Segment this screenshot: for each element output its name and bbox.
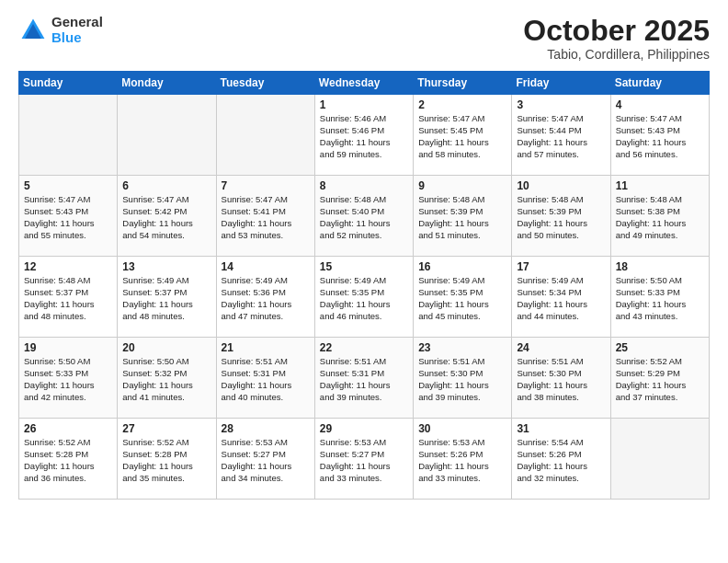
day-info: Sunrise: 5:49 AM Sunset: 5:35 PM Dayligh… bbox=[320, 275, 408, 322]
calendar-week-row: 1Sunrise: 5:46 AM Sunset: 5:46 PM Daylig… bbox=[19, 95, 710, 176]
logo-general-text: General bbox=[51, 14, 103, 29]
day-number: 19 bbox=[24, 341, 112, 354]
day-number: 21 bbox=[222, 341, 310, 354]
calendar-cell: 5Sunrise: 5:47 AM Sunset: 5:43 PM Daylig… bbox=[19, 176, 118, 257]
calendar-cell: 11Sunrise: 5:48 AM Sunset: 5:38 PM Dayli… bbox=[610, 176, 709, 257]
day-info: Sunrise: 5:48 AM Sunset: 5:39 PM Dayligh… bbox=[418, 194, 506, 241]
day-number: 7 bbox=[222, 179, 310, 192]
day-info: Sunrise: 5:46 AM Sunset: 5:46 PM Dayligh… bbox=[320, 113, 408, 160]
header: General Blue October 2025 Tabio, Cordill… bbox=[18, 15, 710, 62]
calendar-cell: 4Sunrise: 5:47 AM Sunset: 5:43 PM Daylig… bbox=[610, 95, 709, 176]
calendar-cell: 23Sunrise: 5:51 AM Sunset: 5:30 PM Dayli… bbox=[414, 338, 512, 419]
calendar-cell: 16Sunrise: 5:49 AM Sunset: 5:35 PM Dayli… bbox=[414, 257, 512, 338]
calendar-cell: 14Sunrise: 5:49 AM Sunset: 5:36 PM Dayli… bbox=[216, 257, 314, 338]
day-number: 31 bbox=[517, 422, 605, 435]
title-block: October 2025 Tabio, Cordillera, Philippi… bbox=[523, 15, 710, 62]
calendar-title: October 2025 bbox=[523, 15, 710, 47]
day-number: 10 bbox=[517, 179, 605, 192]
calendar-cell: 13Sunrise: 5:49 AM Sunset: 5:37 PM Dayli… bbox=[118, 257, 216, 338]
day-number: 2 bbox=[418, 98, 506, 111]
day-info: Sunrise: 5:50 AM Sunset: 5:32 PM Dayligh… bbox=[122, 356, 210, 403]
day-number: 22 bbox=[320, 341, 408, 354]
weekday-header: Monday bbox=[118, 72, 216, 95]
day-number: 8 bbox=[320, 179, 408, 192]
calendar-subtitle: Tabio, Cordillera, Philippines bbox=[523, 47, 710, 62]
day-info: Sunrise: 5:48 AM Sunset: 5:40 PM Dayligh… bbox=[320, 194, 408, 241]
day-number: 28 bbox=[222, 422, 310, 435]
calendar-cell: 29Sunrise: 5:53 AM Sunset: 5:27 PM Dayli… bbox=[314, 419, 413, 500]
calendar-cell: 2Sunrise: 5:47 AM Sunset: 5:45 PM Daylig… bbox=[414, 95, 512, 176]
day-info: Sunrise: 5:53 AM Sunset: 5:27 PM Dayligh… bbox=[222, 437, 310, 484]
day-number: 6 bbox=[122, 179, 210, 192]
calendar-cell: 20Sunrise: 5:50 AM Sunset: 5:32 PM Dayli… bbox=[118, 338, 216, 419]
day-info: Sunrise: 5:51 AM Sunset: 5:31 PM Dayligh… bbox=[320, 356, 408, 403]
day-info: Sunrise: 5:47 AM Sunset: 5:41 PM Dayligh… bbox=[222, 194, 310, 241]
calendar-cell: 27Sunrise: 5:52 AM Sunset: 5:28 PM Dayli… bbox=[118, 419, 216, 500]
calendar-cell: 30Sunrise: 5:53 AM Sunset: 5:26 PM Dayli… bbox=[414, 419, 512, 500]
calendar-cell: 15Sunrise: 5:49 AM Sunset: 5:35 PM Dayli… bbox=[314, 257, 413, 338]
calendar-cell: 19Sunrise: 5:50 AM Sunset: 5:33 PM Dayli… bbox=[19, 338, 118, 419]
weekday-header: Saturday bbox=[610, 72, 709, 95]
calendar-cell: 28Sunrise: 5:53 AM Sunset: 5:27 PM Dayli… bbox=[216, 419, 314, 500]
day-info: Sunrise: 5:47 AM Sunset: 5:44 PM Dayligh… bbox=[517, 113, 605, 160]
calendar-table: SundayMondayTuesdayWednesdayThursdayFrid… bbox=[18, 71, 710, 500]
day-number: 30 bbox=[418, 422, 506, 435]
day-number: 26 bbox=[24, 422, 112, 435]
calendar-cell: 9Sunrise: 5:48 AM Sunset: 5:39 PM Daylig… bbox=[414, 176, 512, 257]
day-info: Sunrise: 5:53 AM Sunset: 5:27 PM Dayligh… bbox=[320, 437, 408, 484]
day-info: Sunrise: 5:47 AM Sunset: 5:45 PM Dayligh… bbox=[418, 113, 506, 160]
logo-blue-text: Blue bbox=[51, 29, 82, 45]
day-info: Sunrise: 5:50 AM Sunset: 5:33 PM Dayligh… bbox=[616, 275, 704, 322]
calendar-cell bbox=[216, 95, 314, 176]
day-info: Sunrise: 5:54 AM Sunset: 5:26 PM Dayligh… bbox=[517, 437, 605, 484]
day-info: Sunrise: 5:49 AM Sunset: 5:34 PM Dayligh… bbox=[517, 275, 605, 322]
calendar-cell: 25Sunrise: 5:52 AM Sunset: 5:29 PM Dayli… bbox=[610, 338, 709, 419]
page: General Blue October 2025 Tabio, Cordill… bbox=[0, 0, 728, 563]
day-number: 14 bbox=[222, 260, 310, 273]
calendar-cell: 6Sunrise: 5:47 AM Sunset: 5:42 PM Daylig… bbox=[118, 176, 216, 257]
day-number: 9 bbox=[418, 179, 506, 192]
calendar-cell: 21Sunrise: 5:51 AM Sunset: 5:31 PM Dayli… bbox=[216, 338, 314, 419]
calendar-cell: 8Sunrise: 5:48 AM Sunset: 5:40 PM Daylig… bbox=[314, 176, 413, 257]
weekday-header: Friday bbox=[512, 72, 610, 95]
day-info: Sunrise: 5:51 AM Sunset: 5:30 PM Dayligh… bbox=[418, 356, 506, 403]
calendar-cell: 18Sunrise: 5:50 AM Sunset: 5:33 PM Dayli… bbox=[610, 257, 709, 338]
day-info: Sunrise: 5:47 AM Sunset: 5:43 PM Dayligh… bbox=[616, 113, 704, 160]
day-number: 12 bbox=[24, 260, 112, 273]
weekday-header-row: SundayMondayTuesdayWednesdayThursdayFrid… bbox=[19, 72, 710, 95]
day-number: 17 bbox=[517, 260, 605, 273]
day-number: 20 bbox=[122, 341, 210, 354]
calendar-cell: 31Sunrise: 5:54 AM Sunset: 5:26 PM Dayli… bbox=[512, 419, 610, 500]
weekday-header: Sunday bbox=[19, 72, 118, 95]
day-info: Sunrise: 5:52 AM Sunset: 5:29 PM Dayligh… bbox=[616, 356, 704, 403]
day-number: 5 bbox=[24, 179, 112, 192]
day-info: Sunrise: 5:48 AM Sunset: 5:38 PM Dayligh… bbox=[616, 194, 704, 241]
calendar-cell: 17Sunrise: 5:49 AM Sunset: 5:34 PM Dayli… bbox=[512, 257, 610, 338]
calendar-week-row: 26Sunrise: 5:52 AM Sunset: 5:28 PM Dayli… bbox=[19, 419, 710, 500]
day-info: Sunrise: 5:51 AM Sunset: 5:30 PM Dayligh… bbox=[517, 356, 605, 403]
day-info: Sunrise: 5:52 AM Sunset: 5:28 PM Dayligh… bbox=[24, 437, 112, 484]
day-number: 18 bbox=[616, 260, 704, 273]
calendar-cell: 3Sunrise: 5:47 AM Sunset: 5:44 PM Daylig… bbox=[512, 95, 610, 176]
calendar-cell: 1Sunrise: 5:46 AM Sunset: 5:46 PM Daylig… bbox=[314, 95, 413, 176]
calendar-cell: 24Sunrise: 5:51 AM Sunset: 5:30 PM Dayli… bbox=[512, 338, 610, 419]
day-number: 15 bbox=[320, 260, 408, 273]
day-number: 23 bbox=[418, 341, 506, 354]
calendar-cell: 22Sunrise: 5:51 AM Sunset: 5:31 PM Dayli… bbox=[314, 338, 413, 419]
day-number: 27 bbox=[122, 422, 210, 435]
logo: General Blue bbox=[18, 15, 103, 45]
day-number: 3 bbox=[517, 98, 605, 111]
day-number: 13 bbox=[122, 260, 210, 273]
calendar-cell bbox=[610, 419, 709, 500]
weekday-header: Thursday bbox=[414, 72, 512, 95]
day-number: 1 bbox=[320, 98, 408, 111]
day-info: Sunrise: 5:51 AM Sunset: 5:31 PM Dayligh… bbox=[222, 356, 310, 403]
calendar-week-row: 19Sunrise: 5:50 AM Sunset: 5:33 PM Dayli… bbox=[19, 338, 710, 419]
day-number: 16 bbox=[418, 260, 506, 273]
day-info: Sunrise: 5:49 AM Sunset: 5:36 PM Dayligh… bbox=[222, 275, 310, 322]
logo-text: General Blue bbox=[51, 15, 103, 45]
day-info: Sunrise: 5:48 AM Sunset: 5:37 PM Dayligh… bbox=[24, 275, 112, 322]
day-number: 29 bbox=[320, 422, 408, 435]
calendar-cell: 10Sunrise: 5:48 AM Sunset: 5:39 PM Dayli… bbox=[512, 176, 610, 257]
calendar-cell bbox=[118, 95, 216, 176]
